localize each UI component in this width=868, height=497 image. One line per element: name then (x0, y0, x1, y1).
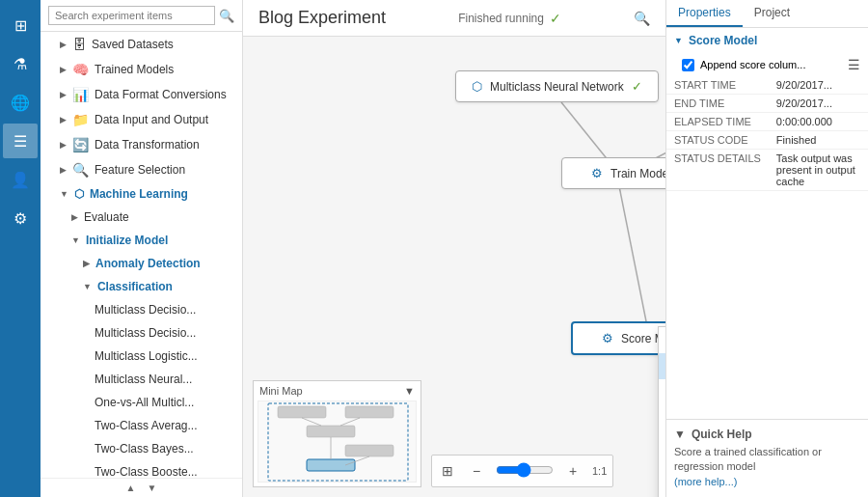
tab-project[interactable]: Project (743, 0, 801, 27)
props-row-start-time: START TIME 9/20/2017... (666, 76, 868, 95)
quick-help-title: Quick Help (692, 428, 752, 441)
nav-label: Two-Class Averag... (95, 419, 198, 432)
nav-item-data-io[interactable]: ▶ 📁 Data Input and Output (41, 107, 242, 132)
sidebar-icon-person[interactable]: 👤 (3, 162, 38, 197)
nav-label: Two-Class Booste... (95, 465, 198, 478)
props-value: Task output was present in output cache (769, 150, 868, 191)
node-train[interactable]: ⚙ Train Model ✓ (561, 157, 665, 189)
props-key: STATUS DETAILS (666, 150, 769, 191)
node-nn-icon: ⬡ (472, 79, 482, 94)
nav-item-two-class-boost[interactable]: Two-Class Booste... (41, 460, 242, 478)
arrow-icon: ▶ (60, 165, 67, 175)
nav-label: Trained Models (95, 63, 174, 76)
status-check-icon: ✓ (550, 11, 561, 26)
nav-label: Classification (97, 280, 173, 293)
nav-scroll-up[interactable]: ▲ (121, 481, 142, 495)
zoom-in-button[interactable]: + (559, 457, 586, 484)
nav-label: Saved Datasets (92, 38, 174, 51)
nav-item-evaluate[interactable]: ▶ Evaluate (41, 206, 242, 229)
nav-item-transform[interactable]: ▶ 🔄 Data Transformation (41, 132, 242, 157)
ctx-generate-code[interactable]: 📝 Generate Data Access Code... (659, 457, 665, 496)
ctx-save-dataset[interactable]: 💾 Save as Dataset (659, 353, 665, 379)
quick-help-body: Score a trained classification or regres… (674, 446, 822, 472)
props-key: END TIME (666, 95, 769, 113)
nav-item-trained-models[interactable]: ▶ 🧠 Trained Models (41, 57, 242, 82)
page-title: Blog Experiment (258, 8, 386, 28)
nav-item-mc-neural[interactable]: Multiclass Neural... (41, 368, 242, 391)
ctx-save-trained[interactable]: 💾 Save as Trained Model (659, 379, 665, 405)
props-row-status-details: STATUS DETAILS Task output was present i… (666, 150, 868, 191)
arrow-icon: ▶ (60, 115, 67, 124)
canvas-search-button[interactable]: 🔍 (634, 11, 650, 26)
append-score-label: Append score colum... (700, 59, 805, 70)
properties-panel: Properties Project ▼ Score Model Append … (665, 0, 868, 497)
props-value: Finished (769, 131, 868, 150)
node-score[interactable]: ⚙ Score Model (571, 321, 665, 355)
status-bar: Finished running ✓ (458, 11, 561, 26)
props-row-end-time: END TIME 9/20/2017... (666, 95, 868, 113)
nav-item-one-vs-all[interactable]: One-vs-All Multicl... (41, 391, 242, 414)
svg-line-6 (340, 418, 360, 426)
arrow-icon: ▶ (60, 40, 67, 49)
props-section-title: Score Model (689, 34, 757, 47)
nav-label: One-vs-All Multicl... (95, 396, 194, 409)
transform-icon: 🔄 (72, 137, 89, 152)
status-text: Finished running (458, 12, 544, 25)
nav-item-classification[interactable]: ▼ Classification (41, 275, 242, 298)
search-input[interactable] (48, 6, 215, 25)
arrow-icon: ▼ (60, 189, 68, 199)
nav-label: Two-Class Bayes... (95, 442, 194, 456)
io-icon: 📁 (72, 112, 89, 127)
nav-label: Evaluate (84, 210, 129, 224)
svg-rect-2 (307, 426, 355, 437)
nav-item-conversions[interactable]: ▶ 📊 Data Format Conversions (41, 82, 242, 107)
sidebar-icon-flask[interactable]: ⚗ (3, 46, 38, 81)
ctx-download[interactable]: ⬇ Download (659, 327, 665, 353)
sidebar-icon-gear[interactable]: ⚙ (3, 201, 38, 235)
props-value: 9/20/2017... (769, 76, 868, 95)
nav-item-initialize-model[interactable]: ▼ Initialize Model (41, 229, 242, 252)
nav-item-machine-learning[interactable]: ▼ ⬡ Machine Learning (41, 182, 242, 206)
nav-item-anomaly-detection[interactable]: ▶ Anomaly Detection (41, 252, 242, 275)
nav-item-two-class-avg[interactable]: Two-Class Averag... (41, 414, 242, 437)
zoom-out-button[interactable]: − (463, 457, 490, 484)
props-menu-icon[interactable]: ☰ (848, 57, 860, 72)
append-score-checkbox[interactable] (682, 59, 694, 71)
sidebar-icon-home[interactable]: ⊞ (3, 8, 38, 42)
search-icon[interactable]: 🔍 (219, 9, 234, 23)
canvas[interactable]: ⬡ Multiclass Neural Network ✓ 📋 iris_tra… (243, 37, 665, 497)
nav-item-feature-selection[interactable]: ▶ 🔍 Feature Selection (41, 157, 242, 182)
properties-tabs: Properties Project (666, 0, 868, 28)
node-nn-label: Multiclass Neural Network (490, 80, 624, 94)
mini-map-canvas (258, 400, 417, 483)
props-row-status-code: STATUS CODE Finished (666, 131, 868, 150)
main-header: Blog Experiment Finished running ✓ 🔍 (243, 0, 665, 37)
quick-help-header[interactable]: ▼ Quick Help (674, 428, 860, 441)
arrow-icon: ▶ (60, 90, 67, 99)
nav-scroll-down[interactable]: ▼ (142, 481, 163, 495)
nav-item-mc-logistic[interactable]: Multiclass Logistic... (41, 345, 242, 368)
ctx-visualize[interactable]: 📊 Visualize (659, 431, 665, 457)
props-section-header[interactable]: ▼ Score Model (666, 28, 868, 53)
nav-item-saved-datasets[interactable]: ▶ 🗄 Saved Datasets (41, 32, 242, 57)
quick-help-link[interactable]: (more help...) (674, 476, 737, 487)
sidebar-icon-list[interactable]: ☰ (3, 124, 38, 158)
main-area: Blog Experiment Finished running ✓ 🔍 ⬡ M… (243, 0, 665, 497)
tab-properties[interactable]: Properties (666, 0, 743, 27)
nav-label: Machine Learning (90, 187, 188, 201)
node-nn[interactable]: ⬡ Multiclass Neural Network ✓ (455, 70, 659, 102)
sidebar-icon-globe[interactable]: 🌐 (3, 85, 38, 120)
nav-label: Feature Selection (95, 163, 185, 177)
arrow-icon: ▶ (60, 140, 67, 150)
ctx-save-transform[interactable]: 💾 Save as Transform (659, 405, 665, 431)
nav-item-two-class-bayes[interactable]: Two-Class Bayes... (41, 437, 242, 460)
model-icon: 🧠 (72, 62, 89, 77)
quick-help-text: Score a trained classification or regres… (674, 445, 860, 489)
fit-view-button[interactable]: ⊞ (434, 457, 461, 484)
mini-map-dropdown-icon[interactable]: ▼ (404, 385, 415, 397)
nav-item-mc-decision-1[interactable]: Multiclass Decisio... (41, 298, 242, 321)
nav-item-mc-decision-2[interactable]: Multiclass Decisio... (41, 321, 242, 345)
zoom-range[interactable] (496, 462, 554, 478)
node-train-label: Train Model (610, 167, 665, 180)
arrow-icon: ▶ (83, 259, 90, 268)
